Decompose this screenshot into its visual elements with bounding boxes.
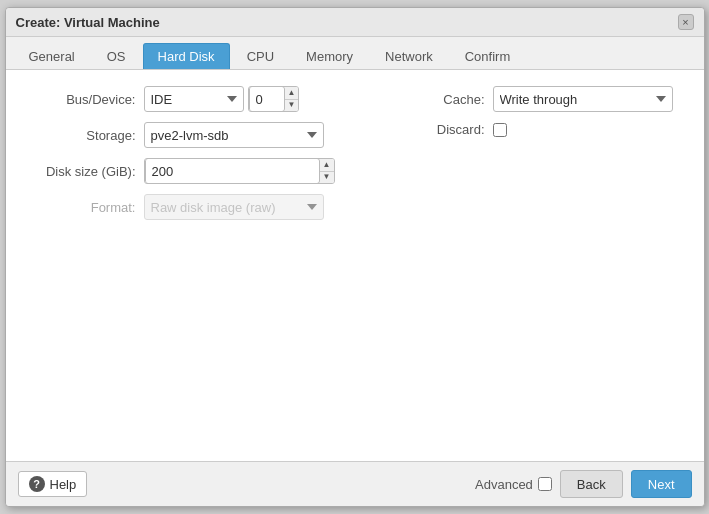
tab-memory[interactable]: Memory <box>291 43 368 69</box>
cache-row: Cache: Write through No cache Write back… <box>375 86 684 112</box>
tab-hard-disk[interactable]: Hard Disk <box>143 43 230 69</box>
tab-confirm[interactable]: Confirm <box>450 43 526 69</box>
device-input[interactable] <box>249 86 285 112</box>
left-section: Bus/Device: IDE SATA SCSI VirtIO ▲ <box>26 86 335 220</box>
title-bar: Create: Virtual Machine × <box>6 8 704 37</box>
spinner-up[interactable]: ▲ <box>285 87 299 100</box>
discard-label: Discard: <box>375 122 485 137</box>
discard-row: Discard: <box>375 122 684 137</box>
disk-size-label: Disk size (GiB): <box>26 164 136 179</box>
cache-label: Cache: <box>375 92 485 107</box>
device-spinner: ▲ ▼ <box>248 86 300 112</box>
tab-os-label: OS <box>107 49 126 64</box>
tab-general[interactable]: General <box>14 43 90 69</box>
tab-confirm-label: Confirm <box>465 49 511 64</box>
storage-row: Storage: pve2-lvm-sdb <box>26 122 335 148</box>
tab-network[interactable]: Network <box>370 43 448 69</box>
bus-device-row: Bus/Device: IDE SATA SCSI VirtIO ▲ <box>26 86 335 112</box>
tab-cpu[interactable]: CPU <box>232 43 289 69</box>
advanced-checkbox[interactable] <box>538 477 552 491</box>
discard-control <box>493 123 684 137</box>
format-control: Raw disk image (raw) <box>144 194 335 220</box>
help-label: Help <box>50 477 77 492</box>
disk-size-row: Disk size (GiB): ▲ ▼ <box>26 158 335 184</box>
storage-select[interactable]: pve2-lvm-sdb <box>144 122 324 148</box>
disk-size-up[interactable]: ▲ <box>320 159 334 172</box>
tab-cpu-label: CPU <box>247 49 274 64</box>
footer: ? Help Advanced Back Next <box>6 461 704 506</box>
bus-select[interactable]: IDE SATA SCSI VirtIO <box>144 86 244 112</box>
tab-bar: General OS Hard Disk CPU Memory Network … <box>6 37 704 70</box>
tab-network-label: Network <box>385 49 433 64</box>
advanced-wrap: Advanced <box>475 477 552 492</box>
cache-select[interactable]: Write through No cache Write back Direct… <box>493 86 673 112</box>
disk-size-spinner: ▲ ▼ <box>144 158 335 184</box>
back-button[interactable]: Back <box>560 470 623 498</box>
next-button[interactable]: Next <box>631 470 692 498</box>
cache-control: Write through No cache Write back Direct… <box>493 86 684 112</box>
disk-size-spinner-buttons: ▲ ▼ <box>320 159 334 183</box>
footer-right: Advanced Back Next <box>475 470 691 498</box>
bus-device-label: Bus/Device: <box>26 92 136 107</box>
help-button[interactable]: ? Help <box>18 471 88 497</box>
back-label: Back <box>577 477 606 492</box>
advanced-label: Advanced <box>475 477 533 492</box>
tab-memory-label: Memory <box>306 49 353 64</box>
bus-device-control: IDE SATA SCSI VirtIO ▲ ▼ <box>144 86 335 112</box>
disk-size-down[interactable]: ▼ <box>320 172 334 184</box>
format-row: Format: Raw disk image (raw) <box>26 194 335 220</box>
tab-os[interactable]: OS <box>92 43 141 69</box>
help-icon: ? <box>29 476 45 492</box>
discard-checkbox[interactable] <box>493 123 507 137</box>
dialog-title: Create: Virtual Machine <box>16 15 160 30</box>
format-label: Format: <box>26 200 136 215</box>
storage-label: Storage: <box>26 128 136 143</box>
storage-control: pve2-lvm-sdb <box>144 122 335 148</box>
disk-size-input[interactable] <box>145 158 320 184</box>
create-vm-dialog: Create: Virtual Machine × General OS Har… <box>5 7 705 507</box>
close-icon: × <box>682 16 688 28</box>
format-select[interactable]: Raw disk image (raw) <box>144 194 324 220</box>
form-content: Bus/Device: IDE SATA SCSI VirtIO ▲ <box>6 70 704 461</box>
tab-general-label: General <box>29 49 75 64</box>
tab-hard-disk-label: Hard Disk <box>158 49 215 64</box>
right-section: Cache: Write through No cache Write back… <box>375 86 684 220</box>
footer-left: ? Help <box>18 471 88 497</box>
close-button[interactable]: × <box>678 14 694 30</box>
form-grid: Bus/Device: IDE SATA SCSI VirtIO ▲ <box>26 86 684 220</box>
spinner-buttons: ▲ ▼ <box>285 87 299 111</box>
disk-size-control: ▲ ▼ <box>144 158 335 184</box>
spinner-down[interactable]: ▼ <box>285 100 299 112</box>
next-label: Next <box>648 477 675 492</box>
